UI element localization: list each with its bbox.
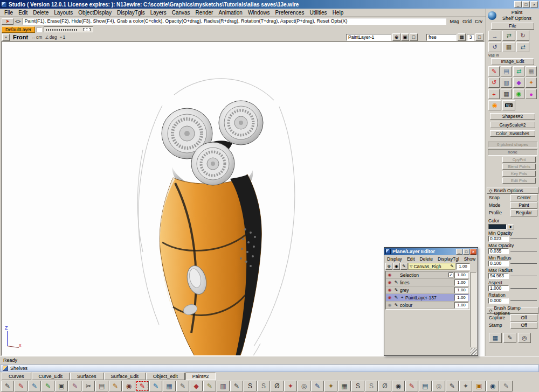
shelf-tool-14[interactable]: ✎ [176, 381, 189, 391]
image-edit-icon-3-1[interactable]: + [488, 89, 500, 99]
numeric-field-rotation[interactable]: 0.000 [488, 298, 509, 304]
option-value-capture[interactable]: Off [510, 314, 537, 321]
shelf-tool-22[interactable]: ✦ [284, 381, 297, 391]
eye-icon[interactable]: ◉ [393, 263, 400, 270]
brush-icon[interactable]: ✎ [393, 280, 399, 285]
image-edit-icon-3-3[interactable]: ◉ [513, 89, 524, 99]
shelf-tool-3[interactable]: ✎ [28, 381, 41, 391]
brush-icon[interactable]: ✎ [393, 288, 399, 292]
swatch-grid-icon[interactable]: ▦ [489, 333, 502, 343]
eye-icon[interactable]: ◉ [387, 280, 392, 285]
shelf-tool-37[interactable]: ◉ [486, 381, 499, 391]
shelf-tool-38[interactable]: ✎ [500, 381, 513, 391]
option-value-profile[interactable]: Regular [510, 209, 537, 216]
shelf-tool-26[interactable]: ▦ [338, 381, 351, 391]
collapse-diamond-icon[interactable]: ◇ [489, 308, 493, 313]
image-edit-icon-2-1[interactable]: ↺ [488, 78, 500, 88]
color-picker-arrow-icon[interactable]: ▶ [508, 224, 514, 229]
brush-icon[interactable]: ✎ [503, 333, 516, 343]
shelf-tool-6[interactable]: ✎ [68, 381, 81, 391]
file-icon-2-2[interactable]: ▦ [502, 42, 515, 52]
shelf-tool-20[interactable]: S [257, 381, 270, 391]
eye-icon[interactable]: ◉ [387, 272, 392, 277]
tile-icon[interactable]: ▦ [458, 33, 466, 41]
brush-icon[interactable]: ✎ [400, 263, 407, 270]
shelf-tool-7[interactable]: ✂ [82, 381, 95, 391]
numeric-field-min-opacity[interactable]: 0.023 [488, 236, 509, 242]
menu-item-layouts[interactable]: Layouts [51, 10, 75, 16]
layer-opacity[interactable]: 1.00 [454, 272, 468, 278]
page-number-field[interactable]: 3 [467, 34, 474, 41]
menu-item-animation[interactable]: Animation [216, 10, 245, 16]
shelf-tool-12[interactable]: ✎ [149, 381, 162, 391]
layer-editor-menu-edit[interactable]: Edit [407, 256, 415, 262]
menu-item-file[interactable]: File [2, 10, 16, 16]
option-value-mode[interactable]: Paint [510, 202, 537, 209]
expander-icon[interactable]: ▽ [410, 264, 412, 269]
file-icon-2-1[interactable]: ↺ [488, 42, 501, 52]
menu-item-render[interactable]: Render [193, 10, 216, 16]
image-edit-icon-4-1[interactable]: ◉ [488, 100, 501, 110]
shelf-tool-8[interactable]: ▤ [95, 381, 108, 391]
shelf-tool-29[interactable]: Ø [378, 381, 391, 391]
layer-editor-titlebar[interactable]: Plane/Layer Editor _□× [384, 248, 478, 255]
minimize-button[interactable]: _ [514, 1, 522, 8]
canvas-layer-field[interactable]: ▽ Canvas_Righ ✎ [408, 263, 455, 270]
eye-icon[interactable]: ◉ [387, 295, 392, 300]
zoom-icon[interactable]: ⊕ [392, 33, 400, 41]
brush-stamp-options-header[interactable]: ◇ Brush Stamp Options [487, 307, 538, 314]
menu-item-windows[interactable]: Windows [245, 10, 273, 16]
menu-item-help[interactable]: Help [330, 10, 347, 16]
numeric-slider-rotation[interactable] [510, 300, 537, 301]
shelf-tool-27[interactable]: S [351, 381, 364, 391]
default-layer-button[interactable]: DefaultLayer [2, 26, 35, 33]
option-value-stamp[interactable]: Off [510, 322, 537, 329]
prompt-label-crv[interactable]: Crv [473, 19, 484, 24]
shelf-tab-surfaces[interactable]: Surfaces [70, 373, 103, 380]
brush-color-swatch[interactable] [488, 224, 507, 229]
view-close-button[interactable]: × [2, 34, 10, 41]
brush-icon[interactable]: ✎ [393, 303, 399, 307]
numeric-slider-aspect[interactable] [510, 288, 537, 289]
shader-field[interactable]: none [488, 149, 537, 156]
numeric-slider-min-radius[interactable] [510, 263, 537, 264]
menu-item-utilities[interactable]: Utilities [307, 10, 329, 16]
shelf-tool-31[interactable]: ✎ [405, 381, 418, 391]
file-icon-2-3[interactable]: ⇄ [516, 42, 529, 52]
numeric-slider-max-opacity[interactable] [510, 251, 537, 251]
numeric-field-max-opacity[interactable]: 0.035 [488, 248, 509, 254]
layer-color-swatch[interactable] [37, 27, 42, 32]
shelf-tool-16[interactable]: ✎ [203, 381, 216, 391]
menu-item-displaytgls[interactable]: DisplayTgls [114, 10, 148, 16]
shelf-button-shapes-2[interactable]: Shapes#2 [490, 113, 535, 120]
image-edit-icon-2-3[interactable]: ◆ [513, 78, 524, 88]
numeric-field-max-radius[interactable]: 94.963 [488, 273, 509, 279]
layer-list-scrollbar[interactable] [471, 272, 476, 347]
layer-row-paintlayer-137[interactable]: ◉✎+PaintLayer-1371.00 [386, 294, 469, 302]
eye-icon[interactable]: ◉ [387, 288, 392, 292]
shelf-tool-9[interactable]: ✎ [109, 381, 122, 391]
maximize-button[interactable]: □ [463, 249, 469, 255]
layer-row-colour[interactable]: ◉✎colour1.00 [386, 302, 469, 309]
page-icon[interactable]: □ [475, 33, 483, 41]
shelf-tool-4[interactable]: ✎ [42, 381, 54, 391]
shelf-tool-32[interactable]: ▤ [419, 381, 432, 391]
close-button[interactable]: × [530, 1, 538, 8]
layer-row-lines[interactable]: ◉✎lines1.00 [386, 279, 469, 286]
menu-item-edit[interactable]: Edit [16, 10, 30, 16]
close-button[interactable]: × [470, 249, 476, 255]
shelf-button-grayscale-2[interactable]: GrayScale#2 [490, 122, 535, 128]
prompt-label-grid[interactable]: Grid [461, 19, 473, 24]
image-edit-icon-3-4[interactable]: ● [526, 89, 537, 99]
shelf-tab-surface-edit[interactable]: Surface_Edit [104, 373, 146, 380]
file-section-tab[interactable]: File [491, 23, 534, 30]
layer-row-selection[interactable]: ◉Selection✓1.00 [386, 271, 469, 279]
image-edit-icon-1-2[interactable]: ▤ [501, 66, 512, 76]
zoom-icon[interactable]: ⊕ [385, 263, 392, 270]
shelf-tab-curves[interactable]: Curves [2, 373, 31, 380]
collapse-diamond-icon[interactable]: ◇ [489, 188, 493, 193]
layer-opacity[interactable]: 1.00 [454, 295, 468, 301]
shelf-tab-paint-2[interactable]: Paint#2 [185, 373, 216, 380]
shelf-tool-5[interactable]: ▣ [55, 381, 68, 391]
layer-editor-menu-displaytgl[interactable]: DisplayTgl [438, 256, 459, 262]
